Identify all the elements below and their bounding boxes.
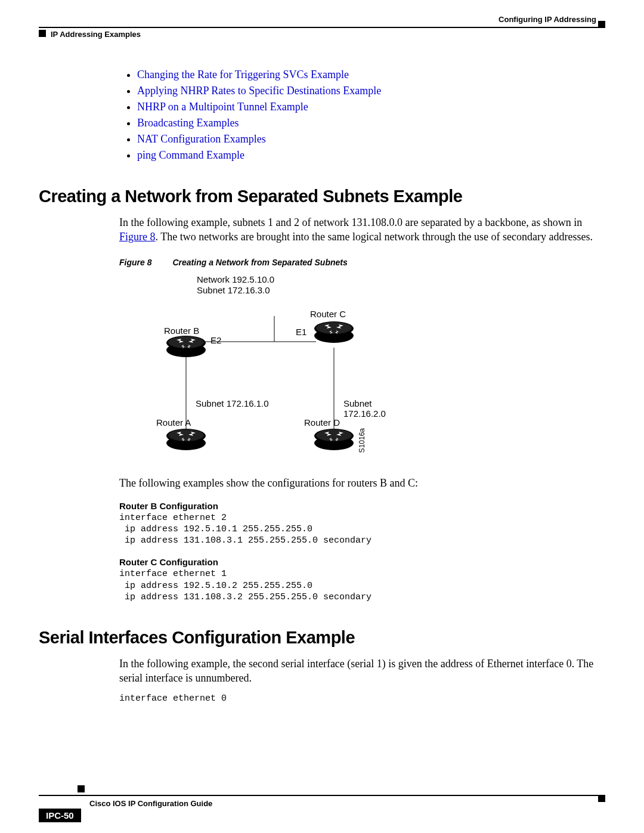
list-item: Applying NHRP Rates to Specific Destinat… (137, 85, 605, 97)
footer-marker-left (78, 785, 85, 792)
figure-title: Creating a Network from Separated Subnet… (172, 258, 347, 267)
link-svcs[interactable]: Changing the Rate for Triggering SVCs Ex… (137, 69, 349, 80)
diagram-e2-label: E2 (210, 335, 221, 345)
diagram-routerB-label: Router B (164, 326, 199, 336)
diagram-subnet2-label: Subnet 172.16.2.0 (343, 398, 388, 419)
footer-title: Cisco IOS IP Configuration Guide (89, 799, 212, 808)
diagram-routerA-label: Router A (156, 417, 191, 428)
router-icon (314, 428, 354, 451)
figure-ref[interactable]: Figure 8 (119, 231, 156, 243)
router-icon (166, 428, 206, 451)
section1-para1: In the following example, subnets 1 and … (119, 215, 605, 244)
list-item: Broadcasting Examples (137, 117, 605, 129)
link-list: Changing the Rate for Triggering SVCs Ex… (119, 69, 605, 162)
link-broadcasting[interactable]: Broadcasting Examples (137, 117, 239, 129)
list-item: ping Command Example (137, 149, 605, 162)
footer-marker-right (598, 795, 605, 802)
link-nhrp-tunnel[interactable]: NHRP on a Multipoint Tunnel Example (137, 101, 308, 113)
link-nat[interactable]: NAT Configuration Examples (137, 133, 266, 145)
section1-title: Creating a Network from Separated Subnet… (39, 187, 605, 206)
section2-title: Serial Interfaces Configuration Example (39, 628, 605, 648)
routerC-config-code: interface ethernet 1 ip address 192.5.10… (119, 568, 605, 603)
footer-rule (39, 795, 605, 796)
section1-para2: The following examples show the configur… (119, 476, 605, 490)
figure-number: Figure 8 (119, 258, 151, 267)
header-rule (39, 27, 605, 28)
svg-point-15 (316, 429, 352, 441)
diagram-routerD-label: Router D (304, 417, 340, 428)
router-icon (314, 321, 354, 343)
list-item: NAT Configuration Examples (137, 133, 605, 145)
running-header-right: Configuring IP Addressing (499, 15, 596, 24)
para1-text-a: In the following example, subnets 1 and … (119, 216, 582, 228)
running-header-left: IP Addressing Examples (51, 30, 141, 39)
list-item: NHRP on a Multipoint Tunnel Example (137, 101, 605, 113)
link-nhrp-rates[interactable]: Applying NHRP Rates to Specific Destinat… (137, 85, 381, 97)
diagram-code: S1016a (358, 428, 366, 453)
svg-point-6 (168, 336, 204, 348)
network-diagram: Network 192.5.10.0 Subnet 172.16.3.0 Rou… (119, 274, 388, 465)
svg-point-12 (168, 429, 204, 441)
routerB-config-heading: Router B Configuration (119, 501, 605, 511)
diagram-e1-label: E1 (296, 327, 306, 337)
list-item: Changing the Rate for Triggering SVCs Ex… (137, 69, 605, 81)
diagram-routerC-label: Router C (310, 309, 346, 319)
header-marker-right (598, 21, 605, 28)
router-icon (166, 335, 206, 358)
header-marker-left (39, 30, 46, 37)
page-number: IPC-50 (39, 809, 81, 822)
routerB-config-code: interface ethernet 2 ip address 192.5.10… (119, 512, 605, 547)
section2-code: interface ethernet 0 (119, 693, 605, 704)
diagram-subnet1-label: Subnet 172.16.1.0 (196, 398, 269, 408)
section2-para: In the following example, the second ser… (119, 657, 605, 686)
svg-point-9 (316, 322, 352, 334)
para1-text-b: . The two networks are brought into the … (156, 231, 593, 243)
link-ping[interactable]: ping Command Example (137, 149, 244, 161)
routerC-config-heading: Router C Configuration (119, 557, 605, 567)
figure-caption: Figure 8Creating a Network from Separate… (119, 258, 605, 267)
